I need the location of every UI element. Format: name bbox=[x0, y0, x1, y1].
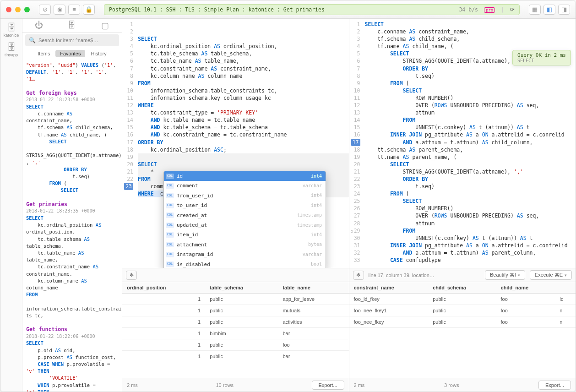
cell: public bbox=[205, 305, 278, 316]
zoom-icon[interactable] bbox=[24, 7, 30, 12]
grid-view-button[interactable]: ▦ bbox=[529, 5, 541, 15]
execute-button[interactable]: Execute ⌘E▾ bbox=[530, 270, 572, 280]
rail-item-katonice[interactable]: 🗄 katonice bbox=[0, 22, 22, 38]
autocomplete-item[interactable]: COLcommentvarchar bbox=[164, 181, 326, 191]
gutter: 1 2 3 4 5 6 7 8 9 10 11 12 13 14 15 16 1… bbox=[349, 19, 363, 268]
cell: ic bbox=[555, 294, 576, 305]
close-icon[interactable] bbox=[6, 7, 11, 12]
autocomplete-item[interactable]: COLfrom_user_idint4 bbox=[164, 191, 326, 201]
cell: foo_nee_fkey bbox=[349, 316, 429, 328]
ac-name: item_id bbox=[177, 231, 198, 238]
cell: 1 bbox=[122, 305, 205, 316]
pill-favorites[interactable]: Favorites bbox=[55, 50, 85, 57]
export-button[interactable]: Export... bbox=[538, 381, 571, 390]
ac-type: int4 bbox=[311, 202, 322, 209]
cell: bar bbox=[278, 328, 348, 339]
cell: public bbox=[205, 316, 278, 328]
snippet-title[interactable]: Get foreign keys bbox=[26, 89, 118, 97]
cell: 1 bbox=[122, 328, 205, 339]
ac-type: timestamp bbox=[297, 212, 322, 218]
autocomplete-item[interactable]: COLattachmentbytea bbox=[164, 240, 326, 250]
autocomplete-popup[interactable]: COLidint4COLcommentvarcharCOLfrom_user_i… bbox=[163, 171, 326, 268]
table-row[interactable]: foo_nee_fkey1publicfoon bbox=[349, 305, 576, 316]
sidebar-mode-tabs: ⏻ 🗄 ▢ bbox=[22, 19, 122, 33]
autocomplete-item[interactable]: COLitem_idint4 bbox=[164, 230, 326, 240]
stop-button[interactable]: ⊘ bbox=[39, 5, 51, 15]
column-header[interactable]: ordinal_position bbox=[122, 282, 205, 294]
cell: activities bbox=[278, 316, 348, 328]
autocomplete-item[interactable]: COLcreated_attimestamp bbox=[164, 211, 326, 220]
snippet-title[interactable]: Get functions bbox=[26, 326, 118, 333]
status-right: 34 b/s pro | ⟳ bbox=[459, 6, 515, 13]
autocomplete-item[interactable]: COLis_disabledbool bbox=[164, 260, 326, 268]
titlebar: ⊘ ◉ ≡ 🔒 PostgreSQL 10.1 : SSH : TLS : Si… bbox=[0, 0, 576, 19]
toast-line1: Query OK in 2 ms bbox=[517, 52, 566, 58]
table-row[interactable]: 1publicapp_for_leave bbox=[122, 294, 349, 305]
query-time: 2 ms bbox=[127, 382, 138, 388]
cell: public bbox=[205, 339, 278, 351]
column-header[interactable]: child_name bbox=[496, 282, 555, 294]
table-row[interactable]: 1publicfoo bbox=[122, 339, 349, 351]
database-icon: 🗄 bbox=[0, 42, 22, 53]
table-row[interactable]: 1publicbar bbox=[122, 351, 349, 362]
autocomplete-item[interactable]: COLto_user_idint4 bbox=[164, 201, 326, 210]
gear-icon[interactable]: ✻ bbox=[126, 271, 137, 280]
editor-right[interactable]: 1 2 3 4 5 6 7 8 9 10 11 12 13 14 15 16 1… bbox=[349, 19, 576, 268]
ac-name: instagram_id bbox=[177, 251, 213, 258]
rail-item-tinyapp[interactable]: 🗄 tinyapp bbox=[0, 42, 22, 57]
column-badge-icon: COL bbox=[166, 223, 174, 228]
table-row[interactable]: 1publicmutuals bbox=[122, 305, 349, 316]
indent-button[interactable]: ≡ bbox=[68, 5, 80, 15]
split-left-button[interactable]: ◧ bbox=[543, 5, 555, 15]
pill-history[interactable]: History bbox=[86, 50, 111, 57]
code-area[interactable]: SELECT kc.ordinal_position AS ordinal_po… bbox=[136, 19, 349, 268]
split-right-button[interactable]: ◨ bbox=[558, 5, 570, 15]
snippet-code[interactable]: SELECT p.oid AS oid, p.procost AS functi… bbox=[26, 340, 118, 392]
ac-type: int4 bbox=[311, 232, 322, 238]
lock-button[interactable]: 🔒 bbox=[83, 5, 95, 15]
pane-right: 1 2 3 4 5 6 7 8 9 10 11 12 13 14 15 16 1… bbox=[349, 19, 576, 392]
editor-footer-right: ✻ line 17, column 39, location… Beautify… bbox=[349, 268, 576, 282]
cell: n bbox=[555, 316, 576, 328]
search-input[interactable] bbox=[38, 38, 115, 43]
snippet-title[interactable]: Get primaries bbox=[26, 201, 118, 208]
column-header[interactable]: constraint_name bbox=[349, 282, 429, 294]
table-row[interactable]: 1publicactivities bbox=[122, 316, 349, 328]
results-table[interactable]: constraint_namechild_schemachild_namefoo… bbox=[349, 282, 576, 378]
reload-icon[interactable]: ⟳ bbox=[510, 6, 515, 13]
eye-button[interactable]: ◉ bbox=[54, 5, 65, 15]
minimize-icon[interactable] bbox=[15, 7, 21, 12]
table-row[interactable]: 1bimbimbar bbox=[122, 328, 349, 339]
snippet-code[interactable]: SELECT kc.ordinal_position AS ordinal_po… bbox=[26, 215, 118, 319]
autocomplete-item[interactable]: COLinstagram_idvarchar bbox=[164, 250, 326, 259]
table-row[interactable]: foo_nee_fkeypublicfoon bbox=[349, 316, 576, 328]
column-header[interactable]: table_schema bbox=[205, 282, 278, 294]
editor-left[interactable]: 1 2 3 4 5 6 7 8 9 10 11 12 13 14 15 16 1… bbox=[122, 19, 349, 268]
results-table[interactable]: ordinal_positiontable_schematable_name1p… bbox=[122, 282, 349, 378]
tab-power-icon[interactable]: ⏻ bbox=[22, 19, 55, 32]
table-row[interactable]: foo_id_fkeypublicfooic bbox=[349, 294, 576, 305]
sidebar-search[interactable]: 🔍 bbox=[25, 34, 119, 46]
column-badge-icon: COL bbox=[166, 174, 174, 179]
column-header[interactable] bbox=[555, 282, 576, 294]
tab-db-icon[interactable]: 🗄 bbox=[55, 19, 88, 32]
snippet-code[interactable]: SELECT c.conname AS constraint_name, tf.… bbox=[26, 103, 118, 194]
cell: foo bbox=[496, 316, 555, 328]
snippet-code[interactable]: "version", "uuid") VALUES ('1', DEFAULT,… bbox=[26, 62, 118, 83]
autocomplete-item[interactable]: COLidint4 bbox=[164, 171, 326, 181]
ac-type: int4 bbox=[311, 192, 322, 199]
sidebar-snippets[interactable]: "version", "uuid") VALUES ('1', DEFAULT,… bbox=[22, 60, 122, 392]
column-header[interactable]: table_name bbox=[278, 282, 348, 294]
rail-label: tinyapp bbox=[0, 53, 22, 57]
column-header[interactable]: child_schema bbox=[428, 282, 496, 294]
window-controls bbox=[6, 7, 30, 12]
tab-terminal-icon[interactable]: ▢ bbox=[89, 19, 122, 32]
autocomplete-item[interactable]: COLupdated_attimestamp bbox=[164, 220, 326, 230]
export-button[interactable]: Export... bbox=[312, 381, 344, 390]
app-window: ⊘ ◉ ≡ 🔒 PostgreSQL 10.1 : SSH : TLS : Si… bbox=[0, 0, 576, 392]
pill-items[interactable]: Items bbox=[33, 50, 54, 57]
results-footer: 2 ms 3 rows Export... bbox=[349, 378, 576, 392]
connection-status: PostgreSQL 10.1 : SSH : TLS : Simple Pla… bbox=[109, 6, 325, 13]
gear-icon[interactable]: ✻ bbox=[353, 271, 364, 280]
beautify-button[interactable]: Beautify ⌘I▾ bbox=[485, 270, 525, 280]
